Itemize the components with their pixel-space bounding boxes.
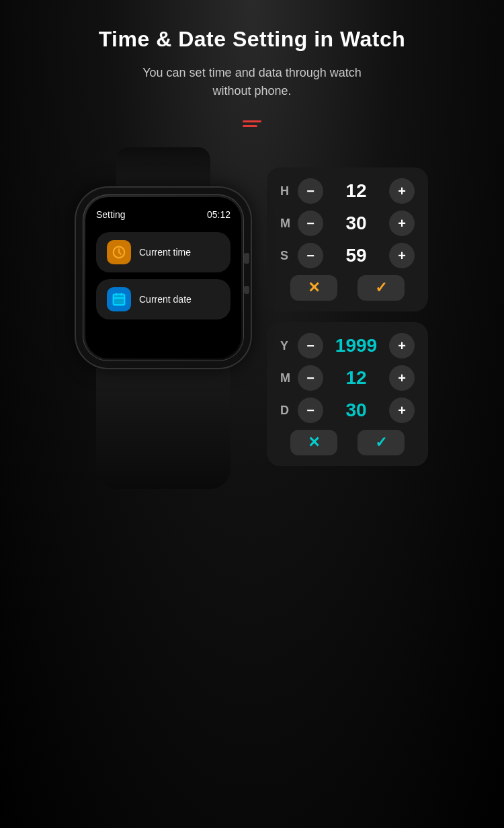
day-plus-btn[interactable]: + [389, 398, 415, 423]
watch-strap-bottom [96, 368, 230, 489]
second-plus-btn[interactable]: + [389, 243, 415, 268]
date-cancel-icon: ✕ [308, 434, 320, 451]
date-month-row: M − 12 + [280, 365, 415, 391]
calendar-icon [107, 287, 131, 311]
main-content: Setting 05:12 Current time [0, 147, 504, 489]
year-value: 1999 [329, 335, 384, 356]
time-cancel-icon: ✕ [308, 279, 320, 297]
panels-container: H − 12 + M − 30 + [267, 147, 428, 466]
menu-icon [243, 120, 261, 127]
date-panel-actions: ✕ ✓ [280, 430, 415, 455]
crown-button-bottom [244, 286, 249, 294]
hour-value: 12 [329, 180, 384, 202]
day-value: 30 [329, 400, 384, 421]
second-label: S [280, 249, 292, 263]
minute-value: 30 [329, 213, 384, 234]
current-date-label: Current date [139, 294, 192, 305]
watch-body: Setting 05:12 Current time [76, 188, 251, 368]
time-setting-panel: H − 12 + M − 30 + [267, 167, 428, 311]
hour-plus-btn[interactable]: + [389, 178, 415, 204]
date-confirm-icon: ✓ [375, 434, 387, 451]
watch-menu-item-time[interactable]: Current time [96, 232, 230, 272]
watch-menu-item-date[interactable]: Current date [96, 279, 230, 319]
date-cancel-btn[interactable]: ✕ [290, 430, 337, 455]
menu-line-1 [243, 120, 261, 122]
date-year-row: Y − 1999 + [280, 333, 415, 359]
time-minute-row: M − 30 + [280, 211, 415, 236]
time-confirm-btn[interactable]: ✓ [358, 275, 405, 301]
page-subtitle: You can set time and data through watchw… [142, 64, 362, 100]
minute-label: M [280, 217, 292, 231]
hour-label: H [280, 184, 292, 198]
time-confirm-icon: ✓ [375, 279, 387, 297]
date-confirm-btn[interactable]: ✓ [358, 430, 405, 455]
day-label: D [280, 404, 292, 418]
second-minus-btn[interactable]: − [298, 243, 323, 268]
month-plus-btn[interactable]: + [389, 365, 415, 391]
time-panel-actions: ✕ ✓ [280, 275, 415, 301]
hour-minus-btn[interactable]: − [298, 178, 323, 204]
date-setting-panel: Y − 1999 + M − 12 [267, 322, 428, 466]
time-hour-row: H − 12 + [280, 178, 415, 204]
second-value: 59 [329, 245, 384, 266]
watch-setting-label: Setting [96, 209, 126, 220]
page-title: Time & Date Setting in Watch [99, 27, 406, 52]
clock-icon [107, 240, 131, 264]
month-label: M [280, 371, 292, 385]
day-minus-btn[interactable]: − [298, 398, 323, 423]
month-minus-btn[interactable]: − [298, 365, 323, 391]
year-plus-btn[interactable]: + [389, 333, 415, 359]
watch-strap-top [116, 147, 210, 188]
page-container: Time & Date Setting in Watch You can set… [0, 0, 504, 828]
year-minus-btn[interactable]: − [298, 333, 323, 359]
current-time-label: Current time [139, 247, 191, 258]
year-label: Y [280, 339, 292, 353]
svg-rect-1 [114, 295, 125, 305]
watch-screen: Setting 05:12 Current time [85, 197, 241, 359]
menu-line-2 [243, 125, 257, 127]
watch-time-display: 05:12 [207, 209, 230, 220]
time-cancel-btn[interactable]: ✕ [290, 275, 337, 301]
time-second-row: S − 59 + [280, 243, 415, 268]
minute-plus-btn[interactable]: + [389, 211, 415, 236]
watch-screen-header: Setting 05:12 [96, 209, 230, 220]
crown-button-top [244, 253, 249, 264]
watch-device: Setting 05:12 Current time [76, 147, 251, 489]
month-value: 12 [329, 367, 384, 389]
minute-minus-btn[interactable]: − [298, 211, 323, 236]
date-day-row: D − 30 + [280, 398, 415, 423]
